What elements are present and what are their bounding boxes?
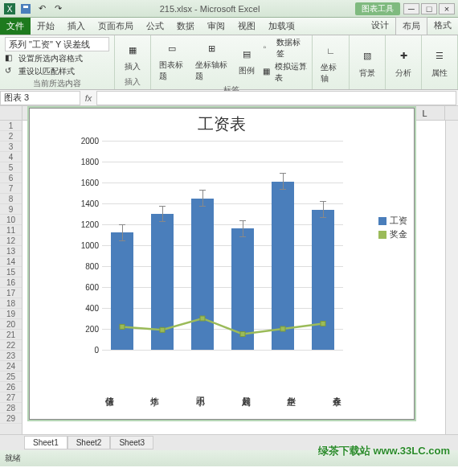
y-tick-label: 800 [85, 262, 99, 271]
row-header[interactable]: 23 [0, 351, 22, 361]
svg-rect-3 [23, 6, 28, 8]
row-header[interactable]: 29 [0, 413, 22, 424]
tab-home[interactable]: 开始 [31, 18, 61, 35]
vertical-scrollbar[interactable] [445, 121, 458, 434]
row-header[interactable]: 15 [0, 267, 22, 277]
background-button[interactable]: ▧背景 [354, 45, 380, 80]
sheet-tab-1[interactable]: Sheet1 [24, 436, 67, 449]
chart-legend[interactable]: 工资 奖金 [378, 213, 407, 242]
properties-button[interactable]: ☰属性 [427, 45, 452, 80]
tab-file[interactable]: 文件 [0, 18, 31, 35]
x-tick-label: 张倩倩 [70, 364, 116, 412]
close-button[interactable]: × [439, 3, 455, 14]
axes-icon: ∟ [321, 41, 341, 60]
analyze-button[interactable]: ✚分析 [391, 45, 416, 80]
row-header[interactable]: 19 [0, 309, 22, 319]
reset-icon: ↺ [5, 66, 16, 77]
chart-object[interactable]: 工资表 020040060080010001200140016001800200… [29, 108, 415, 420]
row-header[interactable]: 18 [0, 298, 22, 309]
row-header[interactable]: 2 [0, 131, 22, 142]
row-header[interactable]: 28 [0, 403, 22, 413]
row-header[interactable]: 25 [0, 371, 22, 382]
tab-chart-layout[interactable]: 布局 [395, 17, 427, 35]
tab-review[interactable]: 审阅 [201, 18, 231, 35]
legend-label-salary: 工资 [390, 215, 407, 227]
row-header[interactable]: 6 [0, 173, 22, 183]
svg-rect-5 [160, 327, 165, 332]
data-labels-button[interactable]: ▫数据标签 [263, 37, 307, 60]
y-tick-label: 2000 [81, 137, 99, 146]
row-header[interactable]: 24 [0, 361, 22, 371]
row-header[interactable]: 7 [0, 183, 22, 194]
data-table-button[interactable]: ▦模拟运算表 [263, 61, 307, 84]
status-text: 就绪 [5, 453, 21, 464]
axes-button[interactable]: ∟坐标轴 [317, 39, 344, 86]
watermark: 绿茶下载站 www.33LC.com [318, 444, 450, 458]
row-header[interactable]: 1 [0, 121, 22, 131]
tab-formula[interactable]: 公式 [140, 18, 170, 35]
redo-icon[interactable]: ↷ [51, 2, 64, 15]
legend-icon: ▤ [237, 44, 256, 64]
row-header[interactable]: 22 [0, 340, 22, 351]
format-selection-button[interactable]: ◧设置所选内容格式 [5, 53, 109, 64]
sheet-tab-2[interactable]: Sheet2 [67, 436, 111, 449]
maximize-button[interactable]: □ [421, 3, 437, 14]
row-header[interactable]: 20 [0, 319, 22, 330]
svg-text:X: X [7, 5, 13, 14]
fx-icon[interactable]: fx [80, 93, 96, 103]
chart-title[interactable]: 工资表 [30, 109, 414, 137]
row-header[interactable]: 3 [0, 142, 22, 152]
save-icon[interactable] [19, 2, 32, 15]
row-header[interactable]: 21 [0, 330, 22, 340]
undo-icon[interactable]: ↶ [35, 2, 48, 15]
sheet-tab-3[interactable]: Sheet3 [110, 436, 153, 449]
tab-page-layout[interactable]: 页面布局 [92, 18, 140, 35]
chart-element-selector[interactable]: 系列 "工资" Y 误差线 [5, 37, 109, 51]
row-header[interactable]: 10 [0, 215, 22, 225]
formula-bar[interactable] [96, 91, 456, 105]
y-tick-label: 1400 [81, 199, 99, 208]
tab-view[interactable]: 视图 [231, 18, 262, 35]
group-insert: 插入 [120, 76, 145, 88]
legend-button[interactable]: ▤图例 [234, 43, 260, 78]
analyze-icon: ✚ [394, 47, 413, 66]
axis-title-button[interactable]: ⊞坐标轴标题 [192, 37, 231, 84]
row-header[interactable]: 17 [0, 288, 22, 298]
tab-chart-format[interactable]: 格式 [427, 17, 458, 35]
row-headers: 1234567891011121314151617181920212223242… [0, 106, 22, 434]
row-header[interactable]: 5 [0, 162, 22, 173]
tab-insert[interactable]: 插入 [61, 18, 92, 35]
row-header[interactable]: 8 [0, 194, 22, 204]
picture-icon: ▦ [123, 40, 142, 60]
svg-rect-9 [321, 322, 325, 326]
x-tick-label: 赵主华 [252, 364, 298, 412]
row-header[interactable]: 9 [0, 204, 22, 215]
legend-swatch-bar [378, 217, 386, 225]
insert-shape-button[interactable]: ▦插入 [120, 39, 145, 74]
tab-addin[interactable]: 加载项 [262, 18, 301, 35]
group-current-selection: 当前所选内容 [5, 77, 109, 89]
x-tick-label: 王小明 [161, 364, 207, 412]
row-header[interactable]: 4 [0, 152, 22, 162]
legend-swatch-line [378, 231, 386, 239]
row-header[interactable]: 13 [0, 246, 22, 256]
gridline [102, 350, 343, 351]
row-header[interactable]: 14 [0, 256, 22, 267]
chart-title-button[interactable]: ▭图表标题 [156, 37, 189, 84]
minimize-button[interactable]: ─ [403, 3, 419, 14]
tab-data[interactable]: 数据 [170, 18, 201, 35]
data-label-icon: ▫ [263, 43, 273, 54]
line-series[interactable] [102, 141, 343, 350]
name-box[interactable]: 图表 3 [0, 91, 80, 105]
row-header[interactable]: 27 [0, 392, 22, 403]
chart-title-icon: ▭ [162, 39, 182, 58]
row-header[interactable]: 12 [0, 236, 22, 246]
row-header[interactable]: 26 [0, 382, 22, 392]
y-tick-label: 400 [85, 304, 99, 313]
tab-chart-design[interactable]: 设计 [365, 17, 395, 35]
row-header[interactable]: 16 [0, 277, 22, 288]
plot-area[interactable]: 0200400600800100012001400160018002000 [70, 141, 343, 350]
reset-style-button[interactable]: ↺重设以匹配样式 [5, 66, 109, 77]
properties-icon: ☰ [430, 47, 449, 66]
row-header[interactable]: 11 [0, 225, 22, 236]
